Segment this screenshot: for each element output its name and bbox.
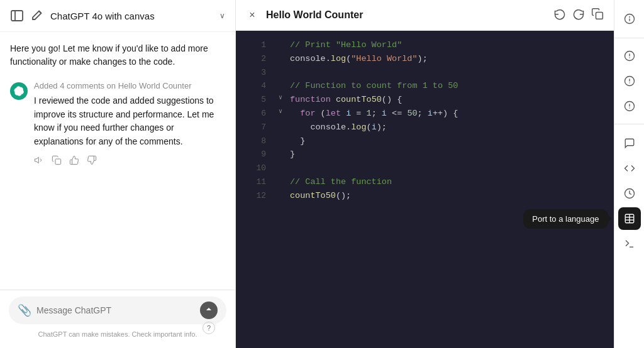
app-title: ChatGPT 4o with canvas [50,11,213,21]
code-line-11: 11 // Call the function [236,175,614,189]
code-line-6: 6 ∨ for (let i = 1; i <= 50; i++) { [236,107,614,121]
fix-icon[interactable] [618,95,641,117]
edit-icon[interactable] [30,9,44,23]
sidebar-top-icons [614,8,644,38]
port-language-button[interactable] [618,207,641,230]
thumbsup-icon[interactable] [69,155,79,168]
svg-rect-2 [55,159,61,165]
code-body: 1 // Print "Hello World" 2 console.log("… [236,31,614,348]
code-line-12: 12 countTo50(); [236,189,614,203]
code-line-1: 1 // Print "Hello World" [236,38,614,52]
code-line-2: 2 console.log("Hello World"); [236,52,614,66]
message-body: Added 4 comments on Hello World Counter … [34,81,225,168]
avatar [10,82,28,100]
review-icon[interactable] [618,70,641,92]
code-area: × Hello World Counter 1 [236,0,614,348]
header-actions [553,8,604,23]
suggest-icon[interactable] [618,45,641,67]
input-area: 📎 ChatGPT can make mistakes. Check impor… [0,290,235,348]
terminal-icon[interactable] [618,232,641,255]
input-box: 📎 [9,296,226,324]
chat-area: Here you go! Let me know if you'd like t… [0,32,235,290]
code-line-9: 9 } [236,148,614,161]
message-subtitle: Added 4 comments on Hello World Counter [34,81,225,90]
title-caret[interactable]: ∨ [219,11,225,20]
message-input[interactable] [36,305,195,315]
history-icon[interactable] [618,182,641,205]
close-editor-button[interactable]: × [246,9,258,21]
copy-icon[interactable] [52,155,62,168]
disclaimer-text: ChatGPT can make mistakes. Check importa… [9,327,226,339]
message-actions [34,155,225,168]
code-line-3: 3 [236,66,614,80]
svg-rect-0 [11,11,23,21]
copy-editor-button[interactable] [591,8,604,23]
code-line-7: 7 console.log(i); [236,121,614,134]
port-language-wrapper: Port to a language [618,207,641,230]
redo-button[interactable] [572,8,585,23]
attach-icon[interactable]: 📎 [18,303,31,317]
code-line-4: 4 // Function to count from 1 to 50 [236,79,614,93]
chat-icon[interactable] [618,132,641,155]
sidebar-toggle-icon[interactable] [10,9,24,23]
info-icon[interactable] [618,8,641,30]
code-line-8: 8 } [236,134,614,148]
assistant-message-1: Here you go! Let me know if you'd like t… [10,42,225,68]
undo-button[interactable] [553,8,566,23]
thumbsdown-icon[interactable] [87,155,97,168]
code-line-5: 5 ∨ function countTo50() { [236,93,614,107]
sidebar-bottom-icons: Port to a language [618,124,641,340]
right-panel: × Hello World Counter 1 [236,0,644,348]
assistant-message-2: Added 4 comments on Hello World Counter … [10,81,225,168]
message-text: I reviewed the code and added suggestion… [34,94,225,149]
code-icon[interactable] [618,157,641,180]
top-bar: ChatGPT 4o with canvas ∨ [0,0,235,32]
left-panel: ChatGPT 4o with canvas ∨ Here you go! Le… [0,0,236,348]
code-line-10: 10 [236,161,614,175]
code-header: × Hello World Counter [236,0,614,31]
right-sidebar: Port to a language [614,0,644,348]
send-button[interactable] [200,302,218,319]
svg-rect-3 [596,13,603,19]
editor-title: Hello World Counter [266,9,546,21]
speak-icon[interactable] [34,155,44,168]
help-button[interactable]: ? [203,322,215,334]
